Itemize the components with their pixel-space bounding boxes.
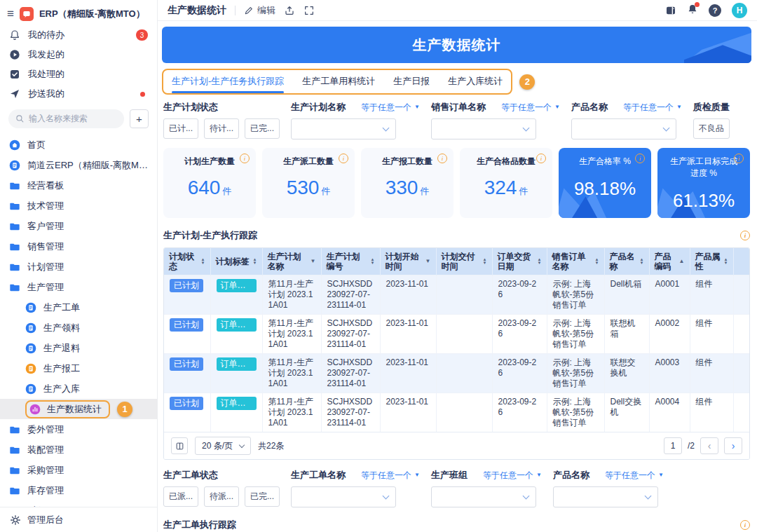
filter-operator[interactable]: 等于任意一个▼ xyxy=(361,470,420,482)
next-page-button[interactable]: › xyxy=(724,437,742,454)
table-row[interactable]: 已计划订单计...第11月-生产计划 2023.11A01SCJHXSDD230… xyxy=(164,315,749,354)
column-header-生产计划名称[interactable]: 生产计划名称▼ xyxy=(262,248,321,275)
sidebar-item-生产领料[interactable]: 生产领料 xyxy=(0,318,157,338)
help-icon[interactable]: ? xyxy=(709,4,721,17)
table-cell: 订单计... xyxy=(210,393,262,432)
info-icon[interactable]: i xyxy=(536,154,546,163)
sidebar-item-计划管理[interactable]: 计划管理 xyxy=(0,257,157,277)
sidebar-item-客户管理[interactable]: 客户管理 xyxy=(0,216,157,236)
table-row[interactable]: 已计划订单计...第11月-生产计划 2023.11A01SCJHXSDD230… xyxy=(164,393,749,432)
tab-生产工单用料统计[interactable]: 生产工单用料统计 xyxy=(302,75,375,93)
filter-select[interactable] xyxy=(571,118,676,139)
page-size-select[interactable]: 20 条/页 xyxy=(195,437,251,455)
search-input[interactable]: 输入名称来搜索 xyxy=(8,109,124,128)
sidebar-item-经营看板[interactable]: 经营看板 xyxy=(0,175,157,196)
status-filter-button[interactable]: 已计... xyxy=(163,118,198,139)
sort-icon[interactable]: ▲▼ xyxy=(371,258,375,265)
sidebar-item-销售管理[interactable]: 销售管理 xyxy=(0,236,157,257)
sidebar-item-技术管理[interactable]: 技术管理 xyxy=(0,196,157,216)
status-filter-button[interactable]: 已派... xyxy=(163,486,198,507)
sidebar-item-委外管理[interactable]: 委外管理 xyxy=(0,419,157,439)
filter-label: 产品名称等于任意一个▼ xyxy=(571,102,682,113)
sidebar-item-我处理的[interactable]: 我处理的 xyxy=(0,64,157,84)
add-button[interactable]: + xyxy=(130,109,149,128)
hamburger-icon[interactable]: ≡ xyxy=(7,7,14,21)
quality-filter-button[interactable]: 不良品 xyxy=(693,118,730,139)
column-header-销售订单名称[interactable]: 销售订单名称▲▼ xyxy=(547,248,604,275)
sidebar-item-采购管理[interactable]: 采购管理 xyxy=(0,460,157,480)
sort-icon[interactable]: ▲▼ xyxy=(253,258,257,265)
status-filter-button[interactable]: 待计... xyxy=(204,118,239,139)
filter-select[interactable] xyxy=(431,118,536,139)
sidebar-item-库存管理[interactable]: 库存管理 xyxy=(0,480,157,500)
info-icon[interactable]: i xyxy=(635,154,645,163)
sort-icon[interactable]: ▲▼ xyxy=(483,258,487,265)
filter-select[interactable] xyxy=(431,486,536,507)
sidebar-item-我发起的[interactable]: 我发起的 xyxy=(0,45,157,64)
info-icon[interactable]: i xyxy=(740,231,750,240)
sidebar-item-财务管理[interactable]: 财务管理 xyxy=(0,500,157,507)
sort-icon[interactable]: ▲▼ xyxy=(201,258,205,265)
status-filter-button[interactable]: 待派... xyxy=(204,486,239,507)
column-header-产品属性[interactable]: 产品属性▲▼ xyxy=(690,248,733,275)
column-header-计划标签[interactable]: 计划标签▲▼ xyxy=(210,248,262,275)
info-icon[interactable]: i xyxy=(339,154,348,163)
edit-button[interactable]: 编辑 xyxy=(244,4,275,17)
panel-icon[interactable] xyxy=(665,5,676,16)
sidebar-item-我的待办[interactable]: 我的待办3 xyxy=(0,25,157,45)
sort-icon[interactable]: ▲▼ xyxy=(640,258,644,265)
filter-operator[interactable]: 等于任意一个▼ xyxy=(605,470,664,482)
sidebar-item-生产数据统计[interactable]: 生产数据统计1 xyxy=(0,399,157,419)
sort-desc-icon[interactable]: ▼ xyxy=(425,259,431,264)
filter-operator[interactable]: 等于任意一个▼ xyxy=(501,102,560,114)
tab-生产入库统计[interactable]: 生产入库统计 xyxy=(448,75,503,93)
table-row[interactable]: 已计划订单计...第11月-生产计划 2023.11A01SCJHXSDD230… xyxy=(164,275,749,315)
share-icon[interactable] xyxy=(284,5,295,16)
filter-operator[interactable]: 等于任意一个▼ xyxy=(361,102,420,114)
column-header-产品名称[interactable]: 产品名称▲▼ xyxy=(604,248,649,275)
admin-console-item[interactable]: 管理后台 xyxy=(0,507,157,532)
filter-select[interactable] xyxy=(291,486,396,507)
status-filter-button[interactable]: 已完... xyxy=(245,486,280,507)
filter-select[interactable] xyxy=(291,118,396,139)
sidebar-item-装配管理[interactable]: 装配管理 xyxy=(0,439,157,460)
info-icon[interactable]: i xyxy=(740,520,750,530)
filter-operator[interactable]: 等于任意一个▼ xyxy=(483,470,542,482)
filter-select[interactable] xyxy=(553,486,658,507)
prev-page-button[interactable]: ‹ xyxy=(700,437,718,454)
info-icon[interactable]: i xyxy=(437,154,447,163)
page-title: 生产数据统计 xyxy=(168,4,226,17)
sidebar-item-生产管理[interactable]: 生产管理 xyxy=(0,277,157,297)
sort-icon[interactable]: ▲▼ xyxy=(724,258,728,265)
column-header-计划状态[interactable]: 计划状态▲▼ xyxy=(164,248,210,275)
sidebar-item-抄送我的[interactable]: 抄送我的 xyxy=(0,84,157,104)
sort-icon[interactable]: ▲▼ xyxy=(538,258,542,265)
sort-icon[interactable]: ▲▼ xyxy=(595,258,599,265)
table-row[interactable]: 已计划订单计...第11月-生产计划 2023.11A01SCJHXSDD230… xyxy=(164,354,749,393)
fullscreen-icon[interactable] xyxy=(304,5,315,16)
user-avatar[interactable]: H xyxy=(732,3,747,18)
filter-operator[interactable]: 等于任意一个▼ xyxy=(623,102,682,114)
current-page-input[interactable]: 1 xyxy=(664,437,682,454)
sort-desc-icon[interactable]: ▼ xyxy=(311,259,316,264)
sidebar-item-首页[interactable]: 首页 xyxy=(0,135,157,155)
column-header-生产计划编号[interactable]: 生产计划编号▲▼ xyxy=(321,248,380,275)
tab-生产日报[interactable]: 生产日报 xyxy=(393,75,430,93)
sidebar-item-生产工单[interactable]: 生产工单 xyxy=(0,297,157,318)
column-header-计划开始时间[interactable]: 计划开始时间▼ xyxy=(380,248,436,275)
column-header-产品编码[interactable]: 产品编码▲ xyxy=(649,248,690,275)
status-filter-button[interactable]: 已完... xyxy=(245,118,280,139)
info-icon[interactable]: i xyxy=(734,154,744,163)
table-cell: 订单计... xyxy=(210,354,262,393)
info-icon[interactable]: i xyxy=(240,154,250,163)
sidebar-item-简道云ERP（精细版-离散MTO）「...[interactable]: 简道云ERP（精细版-离散MTO）「... xyxy=(0,155,157,175)
sidebar-item-生产退料[interactable]: 生产退料 xyxy=(0,338,157,358)
sort-asc-icon[interactable]: ▲ xyxy=(679,259,685,264)
sidebar-item-生产报工[interactable]: 生产报工 xyxy=(0,358,157,378)
column-settings-icon[interactable] xyxy=(171,437,188,454)
column-header-计划交付时间[interactable]: 计划交付时间▲▼ xyxy=(436,248,492,275)
tab-生产计划-生产任务执行跟踪[interactable]: 生产计划-生产任务执行跟踪 xyxy=(172,75,284,93)
notifications-bell-icon[interactable] xyxy=(687,4,698,17)
column-header-订单交货日期[interactable]: 订单交货日期▲▼ xyxy=(492,248,547,275)
sidebar-item-生产入库[interactable]: 生产入库 xyxy=(0,378,157,399)
